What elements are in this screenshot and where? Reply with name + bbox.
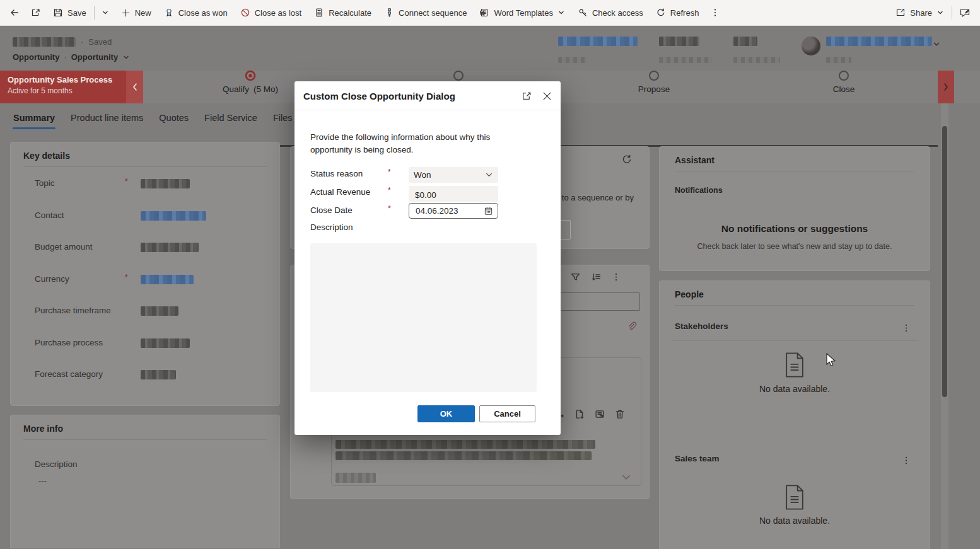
delete-icon[interactable] (614, 408, 626, 420)
process-scroll-right-button[interactable] (938, 71, 954, 103)
expand-post-chevron-icon[interactable] (621, 471, 632, 483)
arrow-left-icon (9, 8, 20, 18)
header-field-label-redacted (733, 57, 780, 63)
status-reason-dropdown[interactable]: Won (409, 167, 498, 183)
stage-duration: (5 Mo) (254, 84, 278, 94)
card-title: People (660, 281, 930, 305)
ok-button[interactable]: OK (417, 405, 475, 422)
empty-document-icon (783, 484, 806, 511)
actual-revenue-input[interactable]: $0.00 (409, 186, 498, 202)
tab-summary[interactable]: Summary (13, 103, 55, 132)
close-date-input[interactable]: 04.06.2023 (409, 203, 498, 219)
field-value-redacted[interactable] (141, 275, 194, 284)
actual-revenue-label: Actual Revenue (310, 187, 370, 197)
header-field-value-redacted[interactable] (558, 37, 638, 46)
chat-icon (959, 7, 971, 18)
custom-close-opportunity-dialog: Custom Close Opportunity Dialog Provide … (295, 81, 561, 435)
save-button[interactable]: Save (47, 0, 93, 26)
stage-circle-icon (453, 71, 464, 81)
field-row-budget-amount: Budget amount (11, 231, 279, 263)
close-date-value: 04.06.2023 (416, 206, 484, 216)
back-button[interactable] (4, 0, 25, 26)
sort-icon[interactable] (591, 272, 602, 282)
calendar-icon[interactable] (484, 206, 493, 216)
field-label: Purchase process (35, 338, 103, 347)
mouse-cursor (826, 353, 837, 368)
share-label: Share (910, 8, 932, 18)
note-forward-icon[interactable] (594, 408, 605, 420)
more-info-card: More info Description --- (10, 415, 280, 548)
open-in-new-window-button[interactable] (25, 0, 47, 26)
close-dialog-icon[interactable] (542, 91, 552, 101)
close-as-lost-button[interactable]: Close as lost (234, 0, 308, 26)
description-textarea[interactable] (310, 243, 537, 392)
chevron-down-icon[interactable] (122, 54, 130, 61)
refresh-icon[interactable] (621, 154, 633, 165)
field-label: Currency (35, 274, 69, 284)
new-button[interactable]: New (115, 0, 158, 26)
stakeholders-menu-icon[interactable] (902, 323, 911, 333)
field-value-redacted[interactable] (141, 338, 190, 348)
filter-icon[interactable] (570, 272, 581, 282)
scrollbar-thumb[interactable] (942, 126, 947, 397)
stage-label: Close (833, 84, 855, 94)
header-field[interactable] (558, 37, 638, 63)
tab-quotes[interactable]: Quotes (158, 103, 189, 132)
field-value-redacted[interactable] (141, 211, 206, 221)
entity-type-label: Opportunity (13, 52, 59, 62)
save-label: Save (67, 8, 86, 18)
post-meta-redacted (335, 473, 376, 483)
connect-sequence-button[interactable]: Connect sequence (378, 0, 473, 26)
header-field[interactable] (733, 37, 780, 63)
divider (675, 305, 914, 306)
header-field-value-redacted (733, 37, 757, 46)
more-commands-button[interactable] (705, 0, 725, 26)
tab-files[interactable]: Files (272, 103, 293, 132)
word-templates-button[interactable]: Word Templates (473, 0, 571, 26)
header-owner-field[interactable] (802, 37, 932, 63)
document-add-icon[interactable] (574, 408, 585, 420)
refresh-button[interactable]: Refresh (650, 0, 706, 26)
header-field[interactable] (659, 37, 712, 63)
stage-active-bullseye-icon (245, 70, 256, 81)
field-value-redacted[interactable] (141, 243, 199, 252)
chevron-down-icon (485, 171, 493, 179)
close-as-won-button[interactable]: Close as won (158, 0, 234, 26)
header-expand-chevron-icon[interactable] (932, 40, 941, 49)
paperclip-icon[interactable] (626, 321, 638, 332)
header-summary-fields (558, 37, 932, 63)
tab-product-line-items[interactable]: Product line items (70, 103, 144, 132)
popout-icon (31, 8, 41, 18)
field-value-redacted[interactable] (141, 179, 190, 188)
form-selector[interactable]: Opportunity (71, 52, 118, 62)
more-options-icon[interactable] (612, 272, 621, 282)
share-button[interactable]: Share (889, 0, 950, 26)
process-scroll-left-button[interactable] (126, 71, 143, 103)
stage-circle-icon (839, 71, 849, 81)
field-row-purchase-process: Purchase process (11, 327, 279, 359)
chevron-down-icon (936, 9, 944, 16)
cancel-button[interactable]: Cancel (479, 405, 535, 422)
word-doc-icon (479, 8, 489, 18)
recalculate-button[interactable]: Recalculate (308, 0, 378, 26)
field-value-redacted[interactable] (141, 370, 176, 379)
field-value-redacted[interactable] (141, 306, 178, 316)
save-split-button[interactable] (96, 0, 115, 26)
tab-field-service[interactable]: Field Service (204, 103, 258, 132)
field-row-contact: Contact (11, 199, 279, 231)
feedback-button[interactable] (954, 0, 976, 26)
field-label: Topic (35, 178, 55, 188)
assistant-empty-title: No notifications or suggestions (660, 223, 930, 234)
sales-team-menu-icon[interactable] (902, 455, 911, 466)
stage-label: Propose (638, 84, 670, 94)
popout-dialog-icon[interactable] (522, 91, 532, 101)
header-field-value-redacted[interactable] (826, 37, 932, 46)
process-status: Active for 5 months (8, 86, 126, 95)
header-field-label-redacted (659, 57, 712, 63)
key-icon (578, 8, 588, 18)
required-marker: * (388, 204, 391, 213)
sales-team-no-data-text: No data available. (660, 516, 930, 526)
check-access-button[interactable]: Check access (571, 0, 650, 26)
avatar (802, 37, 820, 55)
description-value[interactable]: --- (38, 476, 47, 485)
